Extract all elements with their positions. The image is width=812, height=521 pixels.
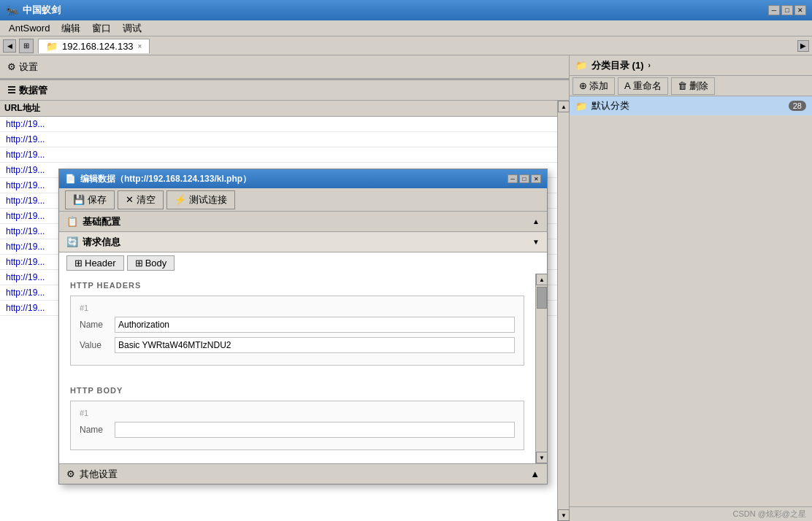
menu-antsword[interactable]: AntSword bbox=[3, 21, 55, 35]
minimize-button[interactable]: ─ bbox=[768, 5, 780, 15]
header-value-row: Value bbox=[80, 337, 515, 353]
http-headers-title: HTTP HEADERS bbox=[70, 281, 524, 290]
body-name-input[interactable] bbox=[115, 422, 515, 438]
delete-icon: 🗑 bbox=[678, 80, 687, 91]
modal-toolbar: 💾 保存 ✕ 清空 ⚡ 测试连接 bbox=[59, 188, 547, 212]
list-item[interactable]: http://19... bbox=[0, 132, 557, 147]
tab-grid-button[interactable]: ⊞ bbox=[19, 39, 34, 53]
data-list-icon: ☰ bbox=[7, 85, 16, 96]
test-connection-button[interactable]: ⚡ 测试连接 bbox=[166, 190, 235, 209]
modal-scrollbar-down[interactable]: ▼ bbox=[536, 452, 547, 463]
basic-config-label: 基础配置 bbox=[83, 215, 120, 228]
body-tab[interactable]: ⊞ Body bbox=[127, 255, 175, 271]
category-expand-arrow[interactable]: › bbox=[648, 61, 651, 69]
add-icon: ⊕ bbox=[579, 80, 587, 91]
tab-bar: ◀ ⊞ 📁 192.168.124.133 × ▶ bbox=[0, 36, 812, 55]
category-header-label: 分类目录 (1) bbox=[591, 59, 644, 72]
http-header-entry: #1 Name Value bbox=[70, 296, 524, 366]
header-name-label: Name bbox=[80, 320, 109, 330]
other-settings-section[interactable]: ⚙ 其他设置 ▲ bbox=[59, 463, 547, 484]
basic-config-icon: 📋 bbox=[66, 216, 78, 227]
tab-192-168-124-133[interactable]: 📁 192.168.124.133 × bbox=[38, 39, 150, 53]
settings-label: 设置 bbox=[19, 61, 38, 74]
header-tab-icon: ⊞ bbox=[74, 258, 83, 269]
request-info-label: 请求信息 bbox=[83, 236, 120, 249]
menu-bar: AntSword 编辑 窗口 调试 bbox=[0, 20, 812, 36]
list-item[interactable]: http://19... bbox=[0, 117, 557, 132]
modal-close-button[interactable]: ✕ bbox=[531, 174, 541, 183]
list-item[interactable]: http://19... bbox=[0, 147, 557, 163]
body-tab-label: Body bbox=[145, 258, 167, 269]
tab-close-button[interactable]: × bbox=[138, 42, 142, 50]
right-panel-filler bbox=[570, 115, 812, 506]
body-tab-icon: ⊞ bbox=[135, 258, 143, 269]
default-category-item[interactable]: 📁 默认分类 28 bbox=[570, 96, 812, 115]
body-entry-num: #1 bbox=[80, 409, 515, 417]
rename-category-button[interactable]: A 重命名 bbox=[618, 77, 668, 95]
modal-minimize-button[interactable]: ─ bbox=[508, 174, 518, 183]
data-list-label: 数据管 bbox=[19, 84, 47, 97]
tab-back-button[interactable]: ◀ bbox=[3, 39, 16, 53]
menu-edit[interactable]: 编辑 bbox=[55, 20, 86, 36]
main-content: ⚙ 设置 ☰ 数据管 URL地址 http://19... http://19.… bbox=[0, 55, 812, 521]
modal-title-icon: 📄 bbox=[65, 174, 76, 184]
modal-scroll-area: HTTP HEADERS #1 Name Value bbox=[59, 274, 547, 463]
request-info-icon: 🔄 bbox=[66, 236, 78, 247]
basic-config-section[interactable]: 📋 基础配置 ▲ bbox=[59, 212, 547, 232]
request-tabs: ⊞ Header ⊞ Body bbox=[59, 252, 547, 274]
request-info-section[interactable]: 🔄 请求信息 ▼ bbox=[59, 232, 547, 252]
delete-category-button[interactable]: 🗑 删除 bbox=[671, 77, 715, 95]
other-settings-icon: ⚙ bbox=[66, 468, 75, 479]
settings-icon: ⚙ bbox=[7, 61, 16, 72]
add-label: 添加 bbox=[589, 80, 608, 93]
watermark: CSDN @炫彩@之星 bbox=[732, 509, 806, 520]
save-icon: 💾 bbox=[73, 194, 85, 205]
scrollbar-down-button[interactable]: ▼ bbox=[558, 509, 570, 521]
category-header: 📁 分类目录 (1) › bbox=[570, 55, 812, 76]
category-badge: 28 bbox=[789, 101, 806, 111]
tab-right-arrow[interactable]: ▶ bbox=[797, 40, 809, 52]
category-item-icon: 📁 bbox=[575, 101, 587, 112]
add-category-button[interactable]: ⊕ 添加 bbox=[572, 77, 615, 95]
category-item-label: 默认分类 bbox=[591, 99, 629, 112]
modal-title-buttons: ─ □ ✕ bbox=[508, 174, 541, 183]
left-scrollbar: ▲ ▼ bbox=[557, 101, 569, 521]
other-settings-label: 其他设置 bbox=[80, 468, 118, 481]
http-body-title: HTTP BODY bbox=[70, 386, 524, 395]
tab-label: 192.168.124.133 bbox=[62, 41, 134, 52]
scrollbar-track bbox=[558, 112, 569, 509]
body-name-row: Name bbox=[80, 422, 515, 438]
app-icon: 🐜 bbox=[6, 4, 18, 16]
close-button[interactable]: ✕ bbox=[794, 5, 806, 15]
app-title: 中国蚁剑 bbox=[23, 4, 768, 17]
modal-scrollbar-thumb[interactable] bbox=[537, 287, 547, 309]
scrollbar-up-button[interactable]: ▲ bbox=[558, 101, 570, 112]
modal-scrollbar-up[interactable]: ▲ bbox=[536, 274, 547, 285]
maximize-button[interactable]: □ bbox=[781, 5, 793, 15]
header-name-input[interactable] bbox=[115, 317, 515, 333]
category-toolbar: ⊕ 添加 A 重命名 🗑 删除 bbox=[570, 76, 812, 96]
clear-button[interactable]: ✕ 清空 bbox=[118, 190, 164, 209]
header-tab[interactable]: ⊞ Header bbox=[66, 255, 124, 271]
basic-config-arrow: ▲ bbox=[532, 217, 540, 225]
right-panel: 📁 分类目录 (1) › ⊕ 添加 A 重命名 🗑 删除 📁 默认分类 28 bbox=[570, 55, 812, 521]
body-name-label: Name bbox=[80, 425, 109, 435]
modal-content: HTTP HEADERS #1 Name Value bbox=[59, 274, 535, 463]
modal-title-bar: 📄 编辑数据（http://192.168.124.133/kl.php） ─ … bbox=[59, 169, 547, 188]
test-label: 测试连接 bbox=[189, 193, 227, 207]
menu-window[interactable]: 窗口 bbox=[86, 20, 117, 36]
menu-debug[interactable]: 调试 bbox=[117, 20, 148, 36]
clear-label: 清空 bbox=[137, 193, 156, 207]
window-controls: ─ □ ✕ bbox=[768, 5, 806, 15]
test-icon: ⚡ bbox=[175, 194, 186, 205]
header-tab-label: Header bbox=[85, 258, 116, 269]
save-button[interactable]: 💾 保存 bbox=[65, 190, 115, 209]
http-headers-section: HTTP HEADERS #1 Name Value bbox=[59, 274, 535, 379]
header-value-input[interactable] bbox=[115, 337, 515, 353]
http-body-entry: #1 Name bbox=[70, 401, 524, 450]
data-list-header: ☰ 数据管 bbox=[0, 80, 569, 101]
header-entry-num: #1 bbox=[80, 304, 515, 312]
delete-label: 删除 bbox=[689, 80, 708, 93]
modal-title-text: 编辑数据（http://192.168.124.133/kl.php） bbox=[80, 173, 508, 185]
modal-maximize-button[interactable]: □ bbox=[519, 174, 529, 183]
